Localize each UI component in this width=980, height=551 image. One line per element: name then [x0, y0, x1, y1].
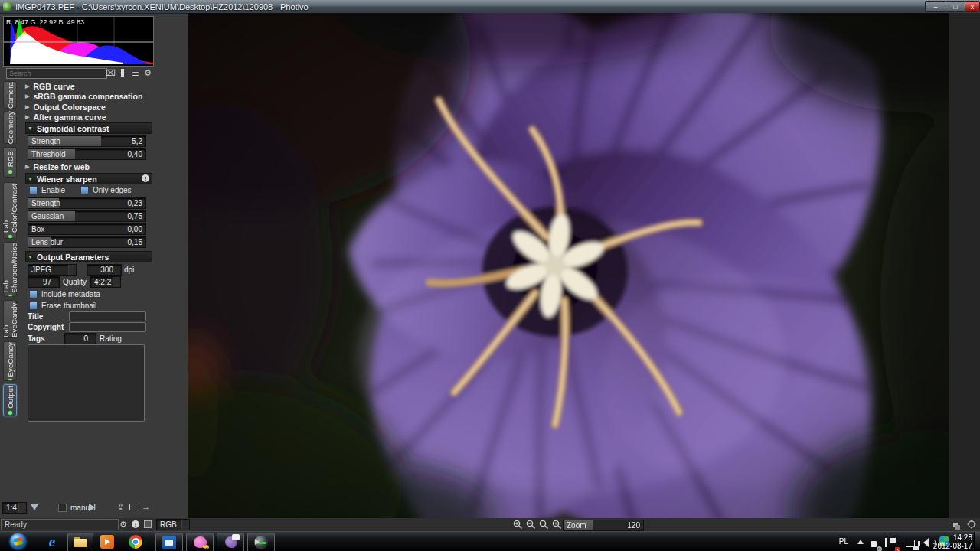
- combo-dropdown-icon: [181, 520, 189, 530]
- zoom-fit-icon[interactable]: [539, 520, 549, 530]
- copyright-input[interactable]: [69, 322, 146, 332]
- close-button[interactable]: x: [965, 1, 980, 12]
- app-icon: [3, 2, 11, 11]
- wiener-lens-blur-slider[interactable]: Lens blur 0,15: [28, 236, 146, 248]
- maximize-button[interactable]: □: [946, 1, 965, 12]
- section-resize-for-web[interactable]: ▶ Resize for web: [25, 162, 151, 171]
- include-metadata-checkbox[interactable]: Include metadata: [29, 290, 100, 298]
- zoom-slider[interactable]: Zoom 120: [563, 520, 644, 531]
- checkbox-unchecked-icon: [58, 504, 67, 512]
- layers-icon[interactable]: [953, 520, 960, 530]
- combo-dropdown-icon: [68, 265, 76, 275]
- tray-network-icon[interactable]: [906, 536, 919, 550]
- tray-clock[interactable]: 14:28 2012-08-17: [933, 533, 972, 550]
- tray-sync-icon[interactable]: x: [871, 536, 882, 551]
- start-button[interactable]: [5, 533, 31, 550]
- quality-spinner[interactable]: 97: [28, 276, 60, 288]
- tab-lab-eyecandy[interactable]: Lab EyeCandy: [3, 300, 17, 338]
- zoom-in-icon[interactable]: [513, 520, 523, 530]
- settings-gear-icon[interactable]: ⚙: [144, 68, 152, 78]
- checkbox-checked-icon: [29, 302, 38, 310]
- taskbar-chrome-icon[interactable]: [122, 533, 149, 550]
- tab-enabled-dot: [8, 295, 12, 296]
- tray-action-center-icon[interactable]: x: [885, 536, 900, 551]
- tab-enabled-dot: [8, 170, 12, 174]
- wiener-gaussian-slider[interactable]: Gaussian 0,75: [28, 210, 146, 222]
- pipe-size-combo[interactable]: 1:4: [2, 502, 27, 514]
- run-pipe-icon[interactable]: [89, 504, 95, 511]
- status-message: Ready: [1, 519, 119, 530]
- tray-time: 14:28: [933, 533, 972, 542]
- title-input[interactable]: [69, 311, 146, 321]
- show-desktop-button[interactable]: [974, 532, 980, 551]
- section-output-colorspace[interactable]: ▶ Output Colorspace: [25, 103, 151, 112]
- subsampling-combo[interactable]: 4:2:2: [90, 276, 121, 288]
- tags-textarea[interactable]: [28, 344, 145, 422]
- sigmoidal-threshold-slider[interactable]: Threshold 0,40: [28, 148, 146, 160]
- taskbar-photivo-icon[interactable]: [155, 533, 183, 551]
- section-sigmoidal-contrast[interactable]: ▼ Sigmoidal contrast: [25, 122, 152, 134]
- checkbox-checked-icon: [29, 186, 38, 194]
- info-icon[interactable]: !: [132, 520, 139, 528]
- sigmoidal-strength-slider[interactable]: Strength 5,2: [28, 135, 146, 147]
- export-icon[interactable]: ⇪: [117, 502, 124, 512]
- wiener-strength-slider[interactable]: Strength 0,23: [28, 197, 146, 209]
- tab-eyecandy[interactable]: EyeCandy: [3, 341, 17, 381]
- zoom-value: 120: [627, 521, 640, 530]
- taskbar-pink-app-icon[interactable]: [186, 533, 214, 551]
- expanded-arrow-icon: ▼: [28, 126, 33, 131]
- erase-thumbnail-checkbox[interactable]: Erase thumbnail: [29, 302, 96, 310]
- down-arrow-icon[interactable]: [31, 504, 38, 510]
- expanded-arrow-icon: ▼: [28, 176, 33, 181]
- tags-label: Tags: [28, 334, 45, 343]
- wiener-only-edges-checkbox[interactable]: Only edges: [80, 186, 132, 194]
- tab-enabled-dot: [8, 379, 12, 380]
- photo-canvas[interactable]: [188, 13, 949, 518]
- collapsed-arrow-icon: ▶: [25, 93, 29, 99]
- wiener-enable-checkbox[interactable]: Enable: [29, 186, 65, 194]
- taskbar-bird-messenger-icon[interactable]: [217, 533, 244, 551]
- combo-dropdown-icon: [18, 503, 26, 513]
- tray-language-indicator[interactable]: PL: [839, 537, 848, 546]
- tab-output[interactable]: Output: [3, 384, 17, 416]
- bookmark-icon[interactable]: [121, 69, 124, 79]
- search-input[interactable]: [6, 68, 107, 79]
- pipe-settings-gear-icon[interactable]: ⚙: [119, 520, 127, 530]
- taskbar-explorer-icon[interactable]: [67, 533, 93, 551]
- title-bar[interactable]: IMGP0473.PEF - C:\Users\xyrcon.XENIUM\De…: [0, 0, 980, 14]
- wiener-box-slider[interactable]: Box 0,00: [28, 223, 146, 235]
- dpi-spinner[interactable]: 300: [87, 264, 122, 276]
- crop-indicator-icon[interactable]: [144, 520, 152, 530]
- quality-label: Quality: [63, 278, 87, 286]
- tab-lab-color-contrast[interactable]: Lab Color/Contrast: [3, 182, 17, 239]
- clear-search-icon[interactable]: ⌧: [106, 68, 116, 78]
- section-output-parameters[interactable]: ▼ Output Parameters: [25, 251, 152, 262]
- tab-geometry[interactable]: Geometry: [3, 112, 17, 144]
- tab-enabled-dot: [8, 411, 12, 415]
- minimize-button[interactable]: –: [925, 1, 946, 12]
- tab-camera[interactable]: Camera: [3, 81, 17, 109]
- checkbox-checked-icon: [80, 186, 89, 194]
- copy-settings-icon[interactable]: [129, 503, 136, 512]
- taskbar-wmp-icon[interactable]: [95, 533, 119, 550]
- tab-lab-sharpen-noise[interactable]: Lab Sharpen/Noise: [3, 242, 17, 297]
- section-after-gamma[interactable]: ▶ After gamma curve: [25, 112, 151, 122]
- forward-arrow-icon[interactable]: →: [142, 502, 150, 511]
- menu-icon[interactable]: ☰: [132, 68, 139, 78]
- title-label: Title: [28, 312, 43, 321]
- section-srgb-gamma[interactable]: ▶ sRGB gamma compensation: [25, 92, 151, 101]
- info-icon[interactable]: !: [142, 174, 149, 182]
- rating-spinner[interactable]: 0: [64, 333, 96, 344]
- zoom-100-icon[interactable]: [552, 520, 562, 530]
- format-combo[interactable]: JPEG: [28, 264, 77, 276]
- zoom-out-icon[interactable]: [526, 520, 536, 530]
- tab-rgb[interactable]: RGB: [3, 147, 17, 178]
- channel-combo[interactable]: RGB: [156, 519, 190, 530]
- tray-hidden-icons-arrow[interactable]: [858, 540, 864, 544]
- section-rgb-curve[interactable]: ▶ RGB curve: [25, 82, 151, 91]
- view-settings-icon[interactable]: [967, 520, 976, 529]
- section-wiener-sharpen[interactable]: ▼ Wiener sharpen !: [25, 173, 152, 184]
- taskbar-ie-icon[interactable]: e: [40, 533, 64, 550]
- collapsed-arrow-icon: ▶: [25, 83, 29, 90]
- taskbar-sphere-app-icon[interactable]: [247, 533, 275, 551]
